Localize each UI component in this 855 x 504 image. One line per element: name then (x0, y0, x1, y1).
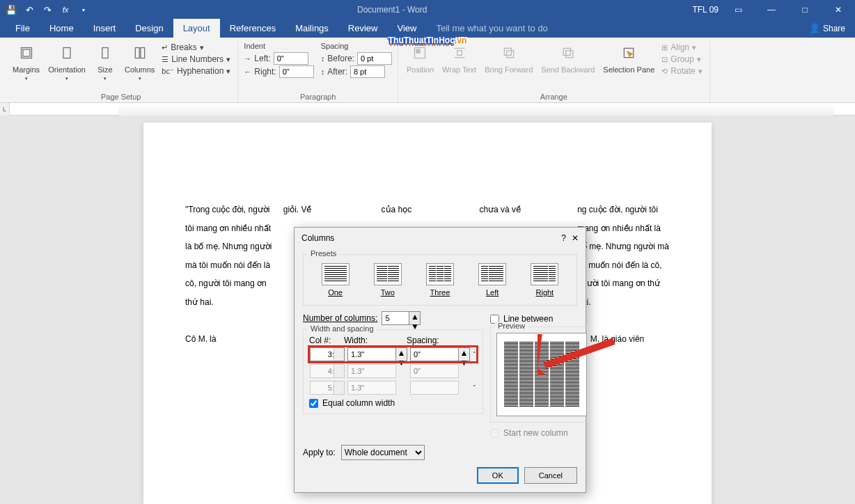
align-button: ⊞ Align ▾ (660, 42, 703, 53)
breaks-button[interactable]: ↵ Breaks ▾ (160, 42, 232, 53)
tab-insert[interactable]: Insert (84, 19, 126, 38)
spacing-header: Spacing: (407, 336, 469, 345)
tab-view[interactable]: View (387, 19, 426, 38)
tab-file[interactable]: File (6, 19, 40, 38)
columns-dialog: Columns ? ✕ Presets One Two Three Left R… (294, 227, 586, 493)
rotate-button: ⟲ Rotate ▾ (660, 65, 703, 77)
spacing-before-field[interactable]: ↕ Before: (321, 52, 392, 65)
svg-rect-1 (23, 49, 30, 56)
column-row-5: 5: ˅ (309, 380, 477, 395)
width-header: Width: (344, 336, 407, 345)
indent-right-field[interactable]: ← Right: (244, 65, 313, 78)
group-paragraph: Paragraph (244, 91, 392, 102)
preview-label: Preview (495, 322, 528, 330)
indent-label: Indent (244, 42, 313, 52)
line-numbers-button[interactable]: ☰ Line Numbers ▾ (160, 54, 232, 65)
user-name[interactable]: TFL 09 (692, 5, 719, 15)
group-page-setup: Page Setup (10, 91, 232, 102)
svg-rect-14 (563, 48, 570, 55)
ribbon-layout: Margins▾ Orientation▾ Size▾ Columns▾ ↵ B… (0, 38, 855, 103)
svg-rect-2 (63, 48, 70, 58)
apply-to-label: Apply to: (303, 448, 336, 457)
close-icon[interactable]: ✕ (824, 0, 852, 19)
width-spacing-label: Width and spacing (308, 324, 377, 333)
svg-rect-5 (140, 48, 144, 58)
group-arrange: Arrange (404, 91, 704, 102)
preset-right[interactable]: Right (531, 263, 558, 297)
ribbon-tablist: File Home Insert Design Layout Reference… (0, 19, 855, 38)
tab-review[interactable]: Review (338, 19, 388, 38)
preset-left[interactable]: Left (478, 263, 506, 297)
ruler[interactable]: L (0, 103, 855, 116)
tab-design[interactable]: Design (125, 19, 173, 38)
save-icon[interactable]: 💾 (3, 1, 19, 18)
qat-dropdown-icon[interactable]: ▾ (75, 1, 92, 18)
tab-home[interactable]: Home (40, 19, 84, 38)
svg-rect-4 (135, 48, 139, 58)
text-column-1[interactable]: "Trong cuộc đời, người tôi mang ơn nhiều… (185, 199, 278, 504)
spacing-after-field[interactable]: ↕ After: (321, 65, 392, 78)
dialog-close-icon[interactable]: ✕ (572, 233, 579, 243)
indent-left-field[interactable]: → Left: (244, 52, 313, 65)
document-title: Document1 - Word (92, 5, 692, 15)
tab-mailings[interactable]: Mailings (285, 19, 338, 38)
share-button[interactable]: 👤 Share (799, 19, 855, 38)
svg-rect-13 (565, 51, 572, 58)
dialog-titlebar[interactable]: Columns ? ✕ (295, 228, 586, 249)
send-backward-button: Send Backward (538, 40, 597, 76)
preset-one[interactable]: One (322, 263, 350, 297)
tab-layout[interactable]: Layout (173, 19, 220, 38)
preset-three[interactable]: Three (426, 263, 454, 297)
spacing-input-3[interactable] (410, 347, 459, 361)
cancel-button[interactable]: Cancel (524, 467, 577, 484)
ribbon-options-icon[interactable]: ▭ (724, 0, 752, 19)
titlebar: 💾 ↶ ↷ fx ▾ Document1 - Word TFL 09 ▭ — □… (0, 0, 855, 19)
minimize-icon[interactable]: — (758, 0, 785, 19)
undo-icon[interactable]: ↶ (21, 1, 38, 18)
column-row-3[interactable]: 3: ▲▼ ▲▼ ˄ (309, 347, 477, 362)
spacing-label: Spacing (321, 42, 392, 52)
equal-width-checkbox[interactable]: Equal column width (309, 398, 477, 408)
selection-pane-button[interactable]: Selection Pane (600, 40, 657, 76)
num-columns-label: Number of columns: (303, 313, 377, 323)
width-input-3[interactable] (347, 347, 396, 361)
margins-button[interactable]: Margins▾ (10, 40, 42, 84)
orientation-button[interactable]: Orientation▾ (45, 40, 88, 84)
redo-icon[interactable]: ↷ (39, 1, 56, 18)
preset-two[interactable]: Two (374, 263, 402, 297)
columns-button[interactable]: Columns▾ (122, 40, 157, 84)
apply-to-select[interactable]: Whole document (341, 445, 425, 460)
svg-rect-11 (504, 48, 511, 55)
dialog-title: Columns (301, 233, 334, 243)
ok-button[interactable]: OK (477, 467, 519, 484)
maximize-icon[interactable]: □ (791, 0, 819, 19)
quick-access-toolbar: 💾 ↶ ↷ fx ▾ (3, 1, 92, 18)
svg-rect-3 (102, 48, 108, 58)
tellme-search[interactable]: Tell me what you want to do (426, 19, 557, 38)
size-button[interactable]: Size▾ (91, 40, 119, 84)
wrap-text-button: Wrap Text (439, 40, 479, 76)
preview-icon (496, 333, 587, 416)
svg-rect-8 (457, 51, 462, 56)
svg-rect-12 (506, 51, 513, 58)
position-button: Position (404, 40, 437, 76)
text-column-5[interactable]: ng cuộc đời, người tôi mang ơn nhiều nhấ… (577, 199, 670, 504)
column-row-4: 4: (309, 363, 477, 379)
group-objects-button: ⊡ Group ▾ (660, 54, 703, 65)
hyphenation-button[interactable]: bc⁻ Hyphenation ▾ (160, 65, 232, 77)
svg-rect-7 (416, 49, 420, 53)
col-header: Col #: (309, 336, 344, 345)
num-columns-input[interactable]: ▲▼ (382, 311, 421, 325)
presets-label: Presets (308, 249, 339, 258)
ruler-corner-icon: L (0, 103, 10, 116)
start-new-column-checkbox: Start new column (490, 428, 588, 438)
bring-forward-button: Bring Forward (482, 40, 535, 76)
fx-icon[interactable]: fx (57, 1, 74, 18)
dialog-help-icon[interactable]: ? (561, 233, 566, 243)
tab-references[interactable]: References (220, 19, 285, 38)
